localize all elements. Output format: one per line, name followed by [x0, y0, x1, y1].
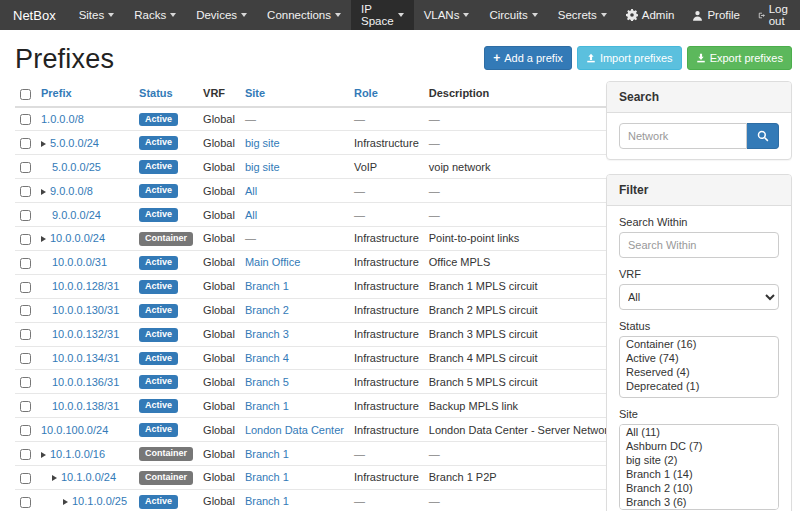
listbox-option[interactable]: Branch 2 (10) — [620, 481, 778, 495]
listbox-option[interactable]: Container (16) — [620, 337, 778, 351]
search-button[interactable] — [747, 123, 779, 149]
row-checkbox[interactable] — [20, 377, 31, 388]
row-checkbox[interactable] — [20, 114, 31, 125]
listbox-option[interactable]: Branch 1 (14) — [620, 467, 778, 481]
listbox-option[interactable]: Branch 3 (6) — [620, 495, 778, 509]
status-listbox[interactable]: Container (16)Active (74)Reserved (4)Dep… — [619, 336, 779, 398]
prefix-link[interactable]: 9.0.0.0/8 — [50, 185, 93, 197]
row-checkbox[interactable] — [20, 425, 31, 436]
prefix-link[interactable]: 10.0.0.130/31 — [52, 304, 119, 316]
nav-item-sites[interactable]: Sites — [69, 0, 125, 30]
prefix-link[interactable]: 10.0.0.136/31 — [52, 376, 119, 388]
listbox-option[interactable]: big site (2) — [620, 453, 778, 467]
expand-toggle-icon[interactable] — [41, 236, 46, 242]
site-link[interactable]: Branch 5 — [245, 376, 289, 388]
admin-link[interactable]: Admin — [617, 0, 684, 30]
listbox-option[interactable]: Reserved (4) — [620, 365, 778, 379]
expand-toggle-icon[interactable] — [41, 141, 46, 147]
prefix-link[interactable]: 10.1.0.0/25 — [72, 495, 127, 507]
row-checkbox[interactable] — [20, 138, 31, 149]
site-link[interactable]: All — [245, 185, 257, 197]
site-listbox[interactable]: All (11)Ashburn DC (7)big site (2)Branch… — [619, 424, 779, 510]
prefix-link[interactable]: 10.0.0.0/31 — [52, 256, 107, 268]
empty-value: — — [429, 209, 440, 221]
site-link[interactable]: Branch 1 — [245, 400, 289, 412]
description-value: Point-to-point links — [424, 227, 619, 251]
status-badge: Active — [139, 184, 178, 198]
site-link[interactable]: Branch 3 — [245, 328, 289, 340]
expand-toggle-icon[interactable] — [41, 189, 46, 195]
expand-toggle-icon[interactable] — [41, 452, 46, 458]
expand-toggle-icon[interactable] — [63, 499, 68, 505]
empty-value: — — [354, 209, 365, 221]
site-link[interactable]: Branch 1 — [245, 448, 289, 460]
nav-item-secrets[interactable]: Secrets — [548, 0, 617, 30]
export-prefixes-button[interactable]: Export prefixes — [687, 46, 792, 70]
search-input[interactable] — [619, 123, 747, 149]
nav-item-vlans[interactable]: VLANs — [414, 0, 480, 30]
prefix-link[interactable]: 10.0.100.0/24 — [41, 424, 108, 436]
site-link[interactable]: Branch 1 — [245, 471, 289, 483]
nav-item-circuits[interactable]: Circuits — [479, 0, 547, 30]
row-checkbox[interactable] — [20, 186, 31, 197]
row-checkbox[interactable] — [20, 473, 31, 484]
site-link[interactable]: Main Office — [245, 256, 300, 268]
prefix-link[interactable]: 1.0.0.0/8 — [41, 113, 84, 125]
site-link[interactable]: All — [245, 209, 257, 221]
vrf-select[interactable]: All — [619, 284, 779, 310]
site-link[interactable]: Branch 2 — [245, 304, 289, 316]
listbox-option[interactable]: Active (74) — [620, 351, 778, 365]
prefix-link[interactable]: 10.1.0.0/24 — [61, 471, 116, 483]
prefix-link[interactable]: 10.0.0.0/24 — [50, 232, 105, 244]
row-checkbox[interactable] — [20, 305, 31, 316]
import-prefixes-button[interactable]: Import prefixes — [577, 46, 682, 70]
brand-logo[interactable]: NetBox — [0, 0, 69, 30]
site-link[interactable]: big site — [245, 137, 280, 149]
row-checkbox[interactable] — [20, 401, 31, 412]
select-all-checkbox[interactable] — [20, 89, 31, 100]
site-link[interactable]: Branch 4 — [245, 352, 289, 364]
search-within-input[interactable] — [619, 232, 779, 258]
prefix-link[interactable]: 5.0.0.0/24 — [50, 137, 99, 149]
vrf-value: Global — [198, 227, 240, 251]
site-link[interactable]: Branch 1 — [245, 495, 289, 507]
prefix-link[interactable]: 10.0.0.138/31 — [52, 400, 119, 412]
prefix-link[interactable]: 5.0.0.0/25 — [52, 161, 101, 173]
nav-item-devices[interactable]: Devices — [186, 0, 257, 30]
prefix-link[interactable]: 10.0.0.128/31 — [52, 280, 119, 292]
listbox-option[interactable]: Deprecated (1) — [620, 379, 778, 393]
chevron-down-icon — [335, 13, 341, 17]
empty-value: — — [354, 495, 365, 507]
vrf-value: Global — [198, 394, 240, 418]
add-prefix-button[interactable]: + Add a prefix — [484, 46, 572, 70]
row-checkbox[interactable] — [20, 497, 31, 508]
site-link[interactable]: big site — [245, 161, 280, 173]
row-checkbox[interactable] — [20, 162, 31, 173]
site-link[interactable]: London Data Center — [245, 424, 344, 436]
logout-link[interactable]: Log out — [749, 0, 800, 30]
row-checkbox[interactable] — [20, 329, 31, 340]
row-checkbox[interactable] — [20, 234, 31, 245]
profile-link[interactable]: Profile — [683, 0, 749, 30]
listbox-option[interactable]: Ashburn DC (7) — [620, 439, 778, 453]
role-value: Infrastructure — [349, 322, 424, 346]
prefix-link[interactable]: 10.0.0.132/31 — [52, 328, 119, 340]
site-link[interactable]: Branch 1 — [245, 280, 289, 292]
row-checkbox[interactable] — [20, 353, 31, 364]
nav-item-connections[interactable]: Connections — [257, 0, 351, 30]
nav-item-racks[interactable]: Racks — [124, 0, 186, 30]
row-checkbox[interactable] — [20, 282, 31, 293]
listbox-option[interactable]: All (11) — [620, 425, 778, 439]
role-value: Infrastructure — [349, 227, 424, 251]
prefix-link[interactable]: 9.0.0.0/24 — [52, 209, 101, 221]
prefix-link[interactable]: 10.0.0.134/31 — [52, 352, 119, 364]
row-checkbox[interactable] — [20, 210, 31, 221]
row-checkbox[interactable] — [20, 258, 31, 269]
nav-item-ip-space[interactable]: IP Space — [351, 0, 414, 30]
row-checkbox[interactable] — [20, 449, 31, 460]
role-value: Infrastructure — [349, 250, 424, 274]
expand-toggle-icon[interactable] — [52, 475, 57, 481]
description-value: Backup MPLS link — [424, 394, 619, 418]
listbox-option[interactable]: Branch 4 (12) — [620, 509, 778, 510]
prefix-link[interactable]: 10.1.0.0/16 — [50, 448, 105, 460]
